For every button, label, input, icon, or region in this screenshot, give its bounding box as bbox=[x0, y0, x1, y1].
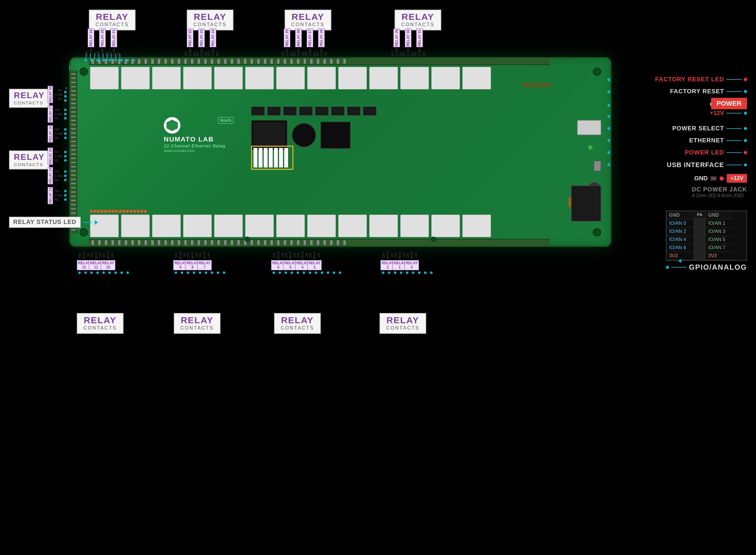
dc-power-jack-label: DC POWER JACK 4.1mm (ID) 6.6mm (OD) bbox=[692, 186, 747, 198]
top-relay-title-3: RELAY bbox=[291, 12, 325, 22]
top-relay-contacts-4: CONTACTS bbox=[401, 22, 435, 28]
bottom-relay-group-1: NO COM NC RELAY 12 NO COM NC RELAY 11 NO… bbox=[78, 251, 129, 282]
bottom-relay-group-4: NO COM NC RELAY 2 NO COM NC RELAY 1 NO C… bbox=[382, 251, 433, 282]
top-relay-pins-2: RELAY 22 NO COM NC RELAY 23 NO COM NC RE… bbox=[184, 29, 219, 56]
bottom-relay-contacts-1: RELAY CONTACTS bbox=[77, 313, 123, 334]
top-pins-dots-1 bbox=[84, 59, 135, 61]
top-relay-group-3: RELAY CONTACTS bbox=[285, 10, 331, 30]
left-relay-sub-2: CONTACTS bbox=[14, 162, 45, 167]
top-relay-title-2: RELAY bbox=[193, 12, 227, 22]
usb-interface-label: USB INTERFACE bbox=[667, 161, 747, 169]
top-relay-contacts-1: CONTACTS bbox=[95, 22, 129, 28]
power-led-label: POWER LED bbox=[685, 149, 747, 156]
board-logo: NUMATO LAB 32 Channel Ethernet Relay www… bbox=[164, 117, 226, 153]
relay-row-top bbox=[90, 67, 491, 89]
top-relay-group-1: RELAY CONTACTS bbox=[89, 10, 135, 30]
arrow-power-led bbox=[607, 151, 610, 155]
factory-reset-led-label: FACTORY RESET LED bbox=[655, 76, 747, 83]
dc-power-line: GND +12V bbox=[694, 174, 747, 183]
factory-reset-label: FACTORY RESET bbox=[670, 88, 747, 95]
power-group-label: GND POWER +12V bbox=[710, 101, 747, 117]
right-components bbox=[544, 77, 601, 227]
bottom-relay-contacts-2: RELAY CONTACTS bbox=[174, 313, 221, 334]
left-relay-title-1: RELAY bbox=[14, 91, 45, 100]
bottom-relay-group-2: NO COM NC RELAY 9 NO COM NC RELAY 8 NO C… bbox=[175, 251, 225, 282]
arrow-12v bbox=[607, 114, 610, 119]
top-relay-title-1: RELAY bbox=[95, 12, 129, 22]
top-relay-pins-1: RELAY 19 NO COM NC RELAY 20 NO COM NC RE… bbox=[85, 29, 120, 56]
board-website: www.numato.com bbox=[164, 148, 226, 153]
left-relay-title-2: RELAY bbox=[14, 152, 45, 162]
rohs-label: RoHS bbox=[218, 117, 233, 124]
left-relay-group-1-label: RELAY CONTACTS bbox=[9, 89, 49, 108]
board-title-line1: NUMATO LAB bbox=[164, 135, 226, 143]
arrow-factory-reset-led bbox=[607, 78, 610, 82]
arrow-factory-reset bbox=[607, 90, 610, 94]
arrow-power-select bbox=[607, 126, 610, 131]
arrow-gpio bbox=[678, 259, 681, 263]
bottom-relay-group-3: NO COM NC RELAY 6 NO COM NC RELAY 5 NO C… bbox=[273, 251, 341, 282]
top-relay-contacts-2: CONTACTS bbox=[193, 22, 227, 28]
top-terminal-strip bbox=[88, 58, 550, 65]
top-relay-group-4: RELAY CONTACTS bbox=[395, 10, 441, 30]
gpio-analog-label: GPIO/ANALOG bbox=[689, 263, 747, 271]
relay-row-bottom bbox=[90, 215, 491, 237]
bottom-relay-contacts-4: RELAY CONTACTS bbox=[380, 313, 426, 334]
power-badge: POWER bbox=[711, 98, 747, 109]
bottom-relay-contacts-3: RELAY CONTACTS bbox=[274, 313, 321, 334]
left-pins-group-2: RELAY 15 NO COM NC RELAY 14 NO COM NC RE… bbox=[48, 147, 67, 204]
relay-status-leds-area bbox=[90, 210, 147, 212]
arrow-gnd bbox=[607, 103, 610, 108]
top-relay-pins-4: RELAY 29 NO COM NC RELAY 30 NO COM NC RE… bbox=[391, 29, 425, 56]
arrow-ethernet bbox=[607, 138, 610, 143]
top-relay-group-2: RELAY CONTACTS bbox=[187, 10, 233, 30]
left-connector-lines bbox=[69, 65, 70, 70]
power-select-label: POWER SELECT bbox=[672, 125, 747, 132]
left-relay-group-2-label: RELAY CONTACTS bbox=[9, 151, 49, 169]
top-relay-contacts-3: CONTACTS bbox=[291, 22, 325, 28]
top-relay-title-4: RELAY bbox=[401, 12, 435, 22]
main-chip-area bbox=[251, 106, 538, 198]
left-relay-sub-1: CONTACTS bbox=[14, 100, 45, 105]
board-title-line2: 32 Channel Ethernet Relay bbox=[164, 143, 226, 148]
left-terminal-strip bbox=[71, 71, 77, 233]
left-pins-group-1: RELAY 18 NO COM NC RELAY 17 NO COM NC RE… bbox=[48, 86, 67, 142]
pcb-board: NUMATO LAB 32 Channel Ethernet Relay www… bbox=[69, 57, 611, 247]
relay-status-led-label: RELAY STATUS LED bbox=[9, 217, 98, 228]
top-relay-pins-3: RELAY 25 NO COM NC RELAY 26 NO COM NC RE… bbox=[281, 29, 327, 56]
arrow-usb bbox=[607, 163, 610, 167]
ethernet-label: ETHERNET bbox=[689, 137, 747, 144]
